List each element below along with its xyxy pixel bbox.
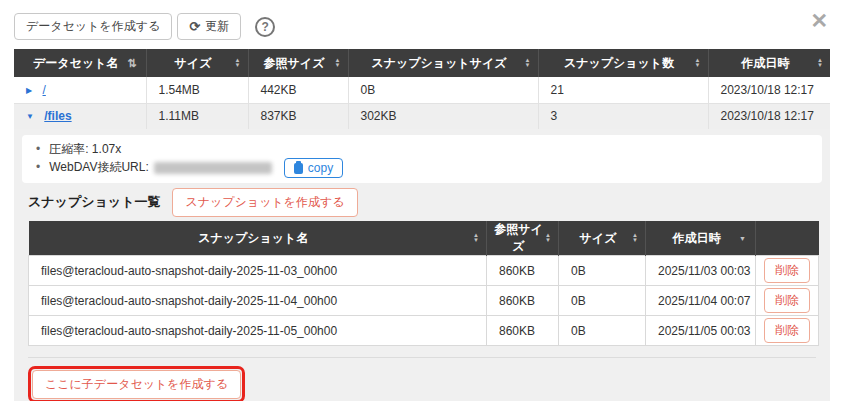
- webdav-url-label: WebDAV接続URL:: [49, 160, 149, 174]
- refresh-button[interactable]: ⟳ 更新: [177, 13, 241, 40]
- header-label: スナップショット名: [198, 231, 308, 245]
- copy-url-button[interactable]: copy: [284, 158, 343, 178]
- red-annotation-box: ここに子データセットを作成する: [28, 366, 245, 401]
- delete-snapshot-button[interactable]: 削除: [764, 258, 810, 283]
- header-label: 参照サイズ: [494, 222, 543, 253]
- sort-icon: [235, 58, 241, 68]
- cell-created: 2023/10/18 12:17: [708, 77, 830, 103]
- sort-icon: [545, 233, 551, 243]
- snapshot-table: スナップショット名 参照サイズ サイズ 作成日時: [28, 221, 819, 346]
- dataset-table: データセット名 サイズ 参照サイズ スナップショットサイズ スナップショット数 …: [14, 49, 830, 129]
- snapshot-list-title: スナップショット一覧: [28, 193, 160, 211]
- cell-snapshot-count: 21: [538, 77, 708, 103]
- webdav-url-row: WebDAV接続URL:copy: [36, 158, 810, 178]
- header-ref-size[interactable]: 参照サイズ: [248, 49, 348, 77]
- sort-arrows-icon: [127, 58, 136, 69]
- delete-snapshot-button[interactable]: 削除: [764, 318, 810, 343]
- header-snap-ref-size[interactable]: 参照サイズ: [487, 221, 559, 256]
- sort-icon: [335, 58, 341, 68]
- header-label: スナップショット数: [564, 56, 674, 70]
- header-label: スナップショットサイズ: [371, 56, 506, 70]
- snapshot-name: files@teracloud-auto-snapshot-daily-2025…: [29, 286, 487, 316]
- caret-down-icon[interactable]: ▼: [26, 112, 34, 121]
- snapshot-section-header: スナップショット一覧 スナップショットを作成する: [28, 189, 816, 215]
- snapshot-created: 2025/11/05 00:03: [646, 316, 756, 346]
- snapshot-created: 2025/11/04 00:07: [646, 286, 756, 316]
- sort-icon: [817, 58, 823, 68]
- header-actions: [756, 221, 819, 256]
- header-size[interactable]: サイズ: [146, 49, 248, 77]
- header-label: 作成日時: [673, 231, 721, 245]
- dataset-info-box: 圧縮率: 1.07x WebDAV接続URL:copy: [22, 135, 822, 183]
- cell-size: 1.54MB: [146, 77, 248, 103]
- dataset-row: ▶ / 1.54MB 442KB 0B 21 2023/10/18 12:17: [14, 77, 830, 103]
- header-label: 作成日時: [741, 56, 789, 70]
- sort-icon: [695, 58, 701, 68]
- snapshot-row: files@teracloud-auto-snapshot-daily-2025…: [29, 316, 819, 346]
- copy-label: copy: [308, 161, 333, 175]
- header-snapshot-name[interactable]: スナップショット名: [29, 221, 487, 256]
- dataset-row: ▼ /files 1.11MB 837KB 302KB 3 2023/10/18…: [14, 103, 830, 129]
- cell-ref-size: 442KB: [248, 77, 348, 103]
- create-dataset-label: データセットを作成する: [26, 19, 160, 34]
- header-label: データセット名: [33, 56, 118, 70]
- snapshot-size: 0B: [559, 286, 646, 316]
- header-snap-size[interactable]: サイズ: [559, 221, 646, 256]
- cell-snapshot-size: 302KB: [348, 103, 538, 129]
- snapshot-ref-size: 860KB: [487, 286, 559, 316]
- snapshot-name: files@teracloud-auto-snapshot-daily-2025…: [29, 256, 487, 286]
- header-label: サイズ: [580, 231, 617, 245]
- webdav-url-redacted: [154, 162, 272, 174]
- sort-icon: [632, 233, 638, 243]
- header-snap-created[interactable]: 作成日時: [646, 221, 756, 256]
- cell-snapshot-size: 0B: [348, 77, 538, 103]
- compression-ratio: 圧縮率: 1.07x: [36, 140, 810, 158]
- create-child-dataset-button[interactable]: ここに子データセットを作成する: [32, 370, 241, 399]
- help-glyph: ?: [261, 20, 268, 34]
- cell-ref-size: 837KB: [248, 103, 348, 129]
- dataset-detail-panel: 圧縮率: 1.07x WebDAV接続URL:copy スナップショット一覧 ス…: [14, 129, 830, 401]
- cell-created: 2023/10/18 12:17: [708, 103, 830, 129]
- refresh-icon: ⟳: [189, 19, 200, 34]
- snapshot-created: 2025/11/03 00:03: [646, 256, 756, 286]
- header-snapshot-count[interactable]: スナップショット数: [538, 49, 708, 77]
- dataset-table-header-row: データセット名 サイズ 参照サイズ スナップショットサイズ スナップショット数 …: [14, 49, 830, 77]
- toolbar: データセットを作成する ⟳ 更新 ?: [0, 0, 844, 49]
- header-snapshot-size[interactable]: スナップショットサイズ: [348, 49, 538, 77]
- create-dataset-button[interactable]: データセットを作成する: [14, 13, 172, 40]
- dataset-link-root[interactable]: /: [43, 83, 46, 97]
- header-label: サイズ: [175, 56, 212, 70]
- create-snapshot-button[interactable]: スナップショットを作成する: [172, 188, 357, 217]
- snapshot-size: 0B: [559, 256, 646, 286]
- cell-snapshot-count: 3: [538, 103, 708, 129]
- snapshot-table-header-row: スナップショット名 参照サイズ サイズ 作成日時: [29, 221, 819, 256]
- snapshot-row: files@teracloud-auto-snapshot-daily-2025…: [29, 256, 819, 286]
- caret-right-icon[interactable]: ▶: [26, 86, 32, 95]
- create-child-dataset-label: ここに子データセットを作成する: [45, 377, 228, 391]
- snapshot-name: files@teracloud-auto-snapshot-daily-2025…: [29, 316, 487, 346]
- snapshot-row: files@teracloud-auto-snapshot-daily-2025…: [29, 286, 819, 316]
- sort-icon: [525, 58, 531, 68]
- dataset-link-files[interactable]: /files: [44, 109, 71, 123]
- snapshot-ref-size: 860KB: [487, 256, 559, 286]
- snapshot-ref-size: 860KB: [487, 316, 559, 346]
- create-snapshot-label: スナップショットを作成する: [185, 195, 344, 209]
- header-dataset-name[interactable]: データセット名: [14, 49, 146, 77]
- cell-size: 1.11MB: [146, 103, 248, 129]
- snapshot-size: 0B: [559, 316, 646, 346]
- header-created[interactable]: 作成日時: [708, 49, 830, 77]
- header-label: 参照サイズ: [264, 56, 325, 70]
- delete-snapshot-button[interactable]: 削除: [764, 288, 810, 313]
- refresh-label: 更新: [205, 19, 229, 34]
- close-icon[interactable]: ✕: [810, 10, 828, 31]
- sort-icon: [473, 233, 479, 243]
- clipboard-icon: [294, 163, 303, 174]
- sort-desc-icon: [739, 235, 746, 242]
- help-icon[interactable]: ?: [255, 17, 275, 37]
- section-divider: [28, 357, 816, 358]
